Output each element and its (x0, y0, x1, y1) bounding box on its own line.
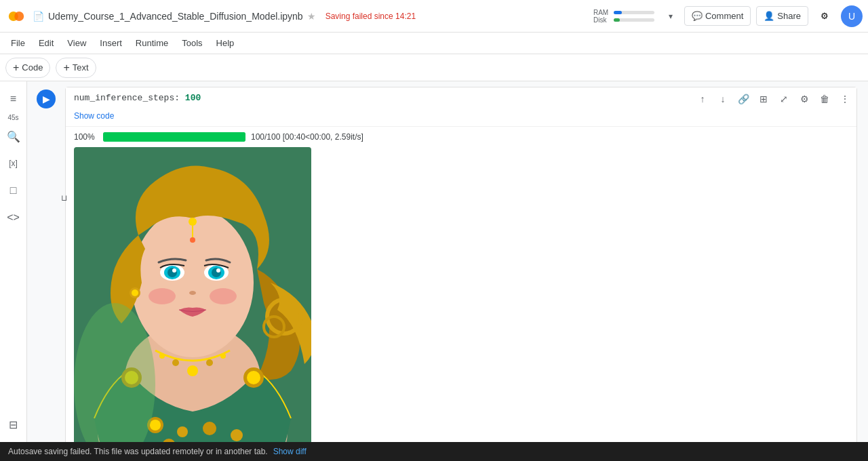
svg-point-17 (216, 268, 220, 273)
sidebar-code-snippets-button[interactable]: <> (1, 205, 26, 230)
form-icon: ⊞ (760, 94, 768, 104)
svg-point-1 (14, 12, 24, 21)
menu-view[interactable]: View (62, 35, 92, 51)
ram-disk-area[interactable]: RAM Disk (593, 9, 654, 24)
star-icon[interactable]: ★ (307, 11, 316, 22)
svg-point-34 (231, 429, 243, 441)
svg-point-23 (187, 365, 198, 376)
add-code-button[interactable]: + Code (5, 58, 50, 78)
statusbar-message: Autosave saving failed. This file was up… (8, 447, 268, 456)
svg-point-32 (203, 422, 216, 435)
svg-point-19 (149, 288, 176, 304)
cell-output: 100% 100/100 [00:40<00:00, 2.59it/s] (66, 126, 856, 442)
menu-file[interactable]: File (5, 35, 31, 51)
cell-timing: 45s (7, 114, 18, 121)
arrow-up-icon: ↑ (701, 94, 705, 104)
svg-point-13 (172, 268, 176, 273)
ram-bar-background (614, 11, 654, 14)
svg-point-22 (132, 289, 138, 296)
move-cell-down-button[interactable]: ↓ (713, 89, 732, 108)
user-avatar[interactable]: U (841, 5, 863, 27)
colab-logo[interactable] (5, 5, 27, 27)
add-to-form-button[interactable]: ⊞ (754, 89, 773, 108)
link-icon: 🔗 (738, 94, 749, 104)
menu-runtime[interactable]: Runtime (130, 35, 174, 51)
ram-label: RAM (593, 9, 611, 16)
plus-text-icon: + (63, 62, 69, 74)
top-right-actions: RAM Disk ▾ 💬 Comment 👤 Share (593, 5, 863, 27)
delete-cell-button[interactable]: 🗑 (815, 89, 834, 108)
play-icon: ▶ (43, 94, 50, 104)
generated-image (74, 147, 311, 442)
chevron-down-icon: ▾ (669, 12, 673, 21)
notebook-file-icon: 📄 (33, 11, 44, 22)
show-diff-button[interactable]: Show diff (273, 447, 307, 456)
menubar: File Edit View Insert Runtime Tools Help (0, 33, 868, 54)
expand-cell-button[interactable]: ⤢ (774, 89, 793, 108)
hamburger-icon: ≡ (10, 93, 16, 105)
menu-tools[interactable]: Tools (176, 35, 208, 51)
run-cell-button[interactable]: ▶ (37, 89, 56, 108)
menu-insert[interactable]: Insert (94, 35, 127, 51)
progress-stats: 100/100 [00:40<00:00, 2.59it/s] (251, 132, 363, 142)
more-options-button[interactable]: ⋮ (835, 89, 854, 108)
sidebar-variables-button[interactable]: [x] (1, 151, 26, 176)
cell-gutter: ▶ (27, 87, 65, 108)
svg-point-31 (177, 426, 188, 437)
ram-bar-fill (614, 11, 622, 14)
add-code-label: Code (22, 62, 43, 73)
sidebar-search-button[interactable]: 🔍 (1, 124, 26, 148)
settings-button[interactable]: ⚙ (814, 5, 835, 27)
progress-pct-label: 100% (74, 132, 98, 142)
topbar: 📄 Udemy_Course_1_Advanced_Stable_Diffusi… (0, 0, 868, 33)
file-title-area: 📄 Udemy_Course_1_Advanced_Stable_Diffusi… (33, 11, 588, 22)
statusbar: Autosave saving failed. This file was up… (0, 442, 868, 461)
notebook-filename[interactable]: Udemy_Course_1_Advanced_Stable_Diffusion… (48, 11, 303, 22)
output-expand-button[interactable]: ⊔ (57, 191, 71, 205)
cell-content-area: num_inference_steps: 100 Show code 100% … (65, 87, 857, 442)
cell-toolbar: ↑ ↓ 🔗 ⊞ ⤢ ⚙ 🗑 ⋮ (693, 89, 854, 108)
link-cell-button[interactable]: 🔗 (734, 89, 753, 108)
code-value: 100 (185, 93, 201, 103)
saving-status: Saving failed since 14:21 (326, 12, 416, 21)
sidebar-terminal-button[interactable]: ⊟ (1, 412, 26, 437)
sidebar-menu-button[interactable]: ≡ (1, 87, 26, 111)
svg-point-29 (150, 420, 161, 430)
svg-point-24 (172, 359, 179, 366)
cell-settings-button[interactable]: ⚙ (795, 89, 814, 108)
toolbar: + Code + Text (0, 54, 868, 81)
svg-point-20 (210, 288, 237, 304)
ai-figure-svg (74, 147, 311, 442)
share-label: Share (777, 11, 801, 21)
comment-icon: 💬 (692, 11, 703, 21)
arrow-down-icon: ↓ (721, 94, 726, 104)
share-button[interactable]: 👤 Share (756, 6, 808, 26)
expand-output-icon: ⊔ (61, 193, 67, 203)
settings-icon: ⚙ (800, 94, 809, 104)
move-cell-up-button[interactable]: ↑ (693, 89, 712, 108)
disk-label: Disk (593, 16, 611, 24)
trash-icon: 🗑 (820, 94, 829, 104)
sidebar-files-button[interactable]: □ (1, 178, 26, 203)
left-sidebar: ≡ 45s 🔍 [x] □ <> ⊟ (0, 81, 27, 442)
terminal-icon: ⊟ (9, 418, 18, 431)
disk-bar-background (614, 18, 654, 22)
search-icon: 🔍 (7, 130, 20, 143)
menu-help[interactable]: Help (211, 35, 240, 51)
add-text-label: Text (73, 62, 89, 73)
variables-icon: [x] (9, 159, 18, 168)
svg-point-18 (189, 291, 196, 295)
code-icon: <> (7, 212, 20, 224)
share-icon: 👤 (764, 11, 774, 21)
disk-bar-fill (614, 18, 620, 22)
menu-edit[interactable]: Edit (33, 35, 59, 51)
add-text-button[interactable]: + Text (56, 58, 96, 78)
main-content: ▶ num_inference_steps: 100 Show code 100… (27, 81, 868, 442)
svg-point-26 (159, 353, 165, 359)
svg-point-9 (190, 237, 195, 243)
gear-icon: ⚙ (821, 11, 829, 21)
show-code-link[interactable]: Show code (66, 108, 856, 126)
expand-ram-disk-button[interactable]: ▾ (663, 8, 679, 24)
plus-icon: + (13, 62, 19, 74)
comment-button[interactable]: 💬 Comment (684, 6, 751, 26)
